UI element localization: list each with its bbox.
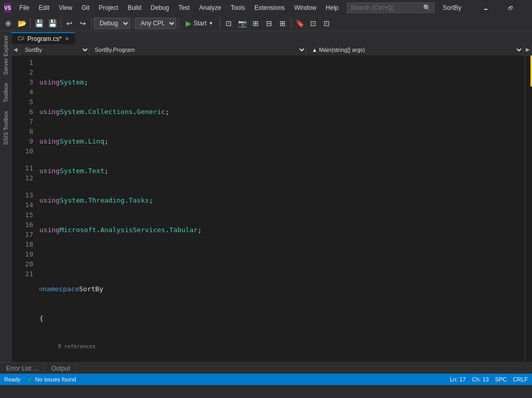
title-bar: VS File Edit View Git Project Build Debu… <box>0 0 532 16</box>
tab-file-icon: C# <box>18 36 24 41</box>
status-line-ending: CRLF <box>513 376 528 382</box>
redo-btn[interactable]: ↪ <box>77 17 89 30</box>
nav-right-arrow[interactable]: ▶ <box>524 44 532 55</box>
code-line-5: using System.Threading.Tasks; <box>37 195 525 205</box>
status-issues-text: No issues found <box>35 376 76 382</box>
toolbar-sep-2 <box>61 18 61 29</box>
toolbar-sep-1 <box>30 18 31 29</box>
extra-btn-2[interactable]: 📷 <box>236 17 248 30</box>
code-line-8: ⊟namespace SortBy <box>37 284 525 294</box>
tab-program-cs[interactable]: C# Program.cs* ✕ <box>11 32 75 44</box>
menu-project[interactable]: Project <box>95 2 122 13</box>
bookmark-btn[interactable]: 🔖 <box>293 17 306 30</box>
code-editor[interactable]: 1 2 3 4 5 6 7 8 9 10 11 12 13 14 15 16 1… <box>11 55 532 362</box>
save-btn[interactable]: 💾 <box>33 17 45 30</box>
menu-edit[interactable]: Edit <box>35 2 54 13</box>
code-content[interactable]: using System; using System.Collections.G… <box>37 55 525 362</box>
window-controls: 🗕 🗗 ✕ <box>474 0 532 16</box>
extra-btn-7[interactable]: ⊡ <box>320 17 333 30</box>
minimize-button[interactable]: 🗕 <box>474 0 498 16</box>
method-dropdown[interactable]: ▲ Main(string[] args) <box>306 44 524 55</box>
menu-tools[interactable]: Tools <box>227 2 249 13</box>
bottom-tabs: Error List ... Output <box>0 362 532 374</box>
status-ln: Ln: 17 <box>450 376 466 382</box>
undo-btn[interactable]: ↩ <box>63 17 76 30</box>
code-line-1: using System; <box>37 77 525 87</box>
window-title: SortBy <box>439 4 466 11</box>
tab-close-btn[interactable]: ✕ <box>65 36 69 41</box>
extra-btn-6[interactable]: ⊡ <box>307 17 319 30</box>
status-ch: Ch: 13 <box>472 376 488 382</box>
menu-git[interactable]: Git <box>77 2 93 13</box>
menu-debug[interactable]: Debug <box>147 2 173 13</box>
ref-hint-class: 0 references <box>37 343 525 350</box>
menu-analyze[interactable]: Analyze <box>195 2 226 13</box>
menu-window[interactable]: Window <box>290 2 320 13</box>
status-bar: Ready ✓ No issues found Ln: 17 Ch: 13 SP… <box>0 374 532 385</box>
vs-logo: VS <box>4 3 11 12</box>
main-layout: Server Explorer Toolbox SSIS Toolbox C# … <box>0 31 532 362</box>
status-ok-icon: ✓ <box>27 375 33 383</box>
toolbar-sep-5 <box>178 18 179 29</box>
debug-config-dropdown[interactable]: Debug <box>94 18 130 29</box>
toolbar-sep-7 <box>291 18 291 29</box>
nav-bar: ◀ SortBy SortBy.Program ▲ Main(string[] … <box>11 44 532 55</box>
editor-container: C# Program.cs* ✕ ◀ SortBy SortBy.Program… <box>11 31 532 362</box>
extra-btn-4[interactable]: ⊟ <box>263 17 275 30</box>
menu-build[interactable]: Build <box>123 2 146 13</box>
status-issues[interactable]: ✓ No issues found <box>27 375 76 383</box>
start-dropdown-arrow[interactable]: ▼ <box>208 21 213 26</box>
status-encoding: SPC <box>495 376 507 382</box>
tab-label: Program.cs* <box>27 35 62 42</box>
platform-dropdown[interactable]: Any CPU <box>135 18 176 29</box>
play-icon: ▶ <box>186 19 191 27</box>
menu-test[interactable]: Test <box>174 2 194 13</box>
toolbar: ⊕ 📂 💾 💾 ↩ ↪ Debug Any CPU ▶ Start ▼ ⊡ 📷 … <box>0 16 532 31</box>
extra-btn-1[interactable]: ⊡ <box>222 17 235 30</box>
line-numbers: 1 2 3 4 5 6 7 8 9 10 11 12 13 14 15 16 1… <box>11 55 37 362</box>
code-line-4: using System.Text; <box>37 166 525 176</box>
menu-file[interactable]: File <box>15 2 33 13</box>
search-icon: 🔍 <box>423 4 431 11</box>
output-tab[interactable]: Output <box>45 363 77 374</box>
namespace-dropdown[interactable]: SortBy <box>20 44 90 55</box>
start-button[interactable]: ▶ Start ▼ <box>181 18 218 29</box>
nav-left-arrow[interactable]: ◀ <box>11 44 20 55</box>
menu-extensions[interactable]: Extensions <box>250 2 289 13</box>
side-panel-left: Server Explorer Toolbox SSIS Toolbox <box>0 31 11 362</box>
open-btn[interactable]: 📂 <box>16 17 28 30</box>
new-project-btn[interactable]: ⊕ <box>2 17 15 30</box>
toolbox-tab[interactable]: Toolbox <box>2 79 10 107</box>
extra-btn-5[interactable]: ⊞ <box>276 17 289 30</box>
close-button[interactable]: ✕ <box>524 0 532 16</box>
ssis-toolbox-tab[interactable]: SSIS Toolbox <box>2 107 10 149</box>
search-box[interactable]: 🔍 <box>347 3 435 13</box>
code-line-6: using Microsoft.AnalysisServices.Tabular… <box>37 225 525 235</box>
status-ready: Ready <box>4 376 21 382</box>
error-list-tab[interactable]: Error List ... <box>0 363 45 374</box>
server-explorer-tab[interactable]: Server Explorer <box>2 31 10 79</box>
toolbar-sep-3 <box>91 18 92 29</box>
menu-bar: File Edit View Git Project Build Debug T… <box>15 2 342 13</box>
search-input[interactable] <box>351 4 423 11</box>
editor-right-gutter <box>525 55 532 362</box>
code-line-2: using System.Collections.Generic; <box>37 107 525 117</box>
code-line-7 <box>37 254 525 264</box>
maximize-button[interactable]: 🗗 <box>499 0 523 16</box>
menu-help[interactable]: Help <box>321 2 343 13</box>
class-dropdown[interactable]: SortBy.Program <box>90 44 307 55</box>
extra-btn-3[interactable]: ⊞ <box>249 17 262 30</box>
menu-view[interactable]: View <box>54 2 76 13</box>
start-label: Start <box>193 20 206 27</box>
ready-text: Ready <box>4 376 21 382</box>
toolbar-sep-6 <box>220 18 220 29</box>
code-line-9: { <box>37 314 525 323</box>
tab-bar: C# Program.cs* ✕ <box>11 31 532 44</box>
toolbar-sep-4 <box>132 18 133 29</box>
code-line-3: using System.Linq; <box>37 136 525 146</box>
save-all-btn[interactable]: 💾 <box>46 17 59 30</box>
